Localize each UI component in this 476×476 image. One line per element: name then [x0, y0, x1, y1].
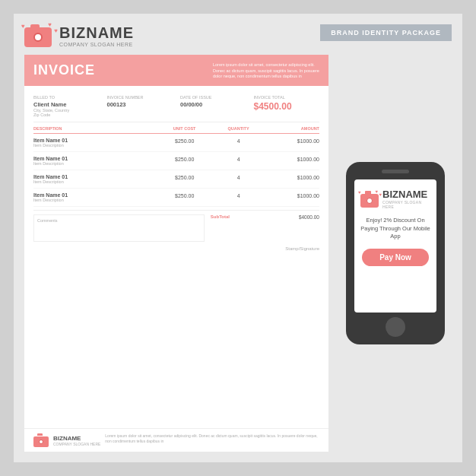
items-container: Item Name 01 Item Description $250.00 4 … — [33, 134, 319, 207]
invoice-bottom-brand: BIZNAME — [53, 435, 100, 442]
item-unit-cost: $250.00 — [152, 138, 217, 144]
phone-heart-3: ♥ — [376, 189, 379, 194]
small-cam-top — [37, 433, 43, 436]
phone-heart-2: ♥ — [379, 192, 382, 197]
top-bar: ♥ ♥ ♥ BIZNAME COMPANY SLOGAN HERE BRAND … — [24, 24, 452, 47]
invoice-number-label: INVOICE NUMBER — [107, 95, 173, 100]
phone-panel: ♥ ♥ ♥ BIZNAME COMPANY SLOGAN HERE Enjoy!… — [339, 55, 452, 452]
phone-cam-lens — [367, 198, 373, 204]
item-amount: $1000.00 — [260, 156, 319, 162]
phone-camera-icon: ♥ ♥ ♥ — [360, 191, 379, 208]
phone-brand-name: BIZNAME — [382, 189, 430, 200]
brand-slogan: COMPANY SLOGAN HERE — [59, 42, 134, 47]
small-camera-icon — [33, 433, 50, 447]
heart-icon-1: ♥ — [21, 23, 25, 30]
invoice-bottom-slogan: COMPANY SLOGAN HERE — [53, 442, 100, 446]
phone-device: ♥ ♥ ♥ BIZNAME COMPANY SLOGAN HERE Enjoy!… — [346, 162, 445, 344]
billed-to-col: BILLED TO Client Name City, State, Count… — [33, 95, 100, 117]
camera-icon: ♥ ♥ ♥ — [24, 24, 53, 47]
camera-body — [24, 27, 52, 47]
col-description: DESCRIPTION — [33, 126, 152, 131]
table-row: Item Name 01 Item Description $250.00 4 … — [33, 170, 319, 189]
phone-logo-area: ♥ ♥ ♥ BIZNAME COMPANY SLOGAN HERE — [360, 189, 430, 209]
comments-box: Comments — [33, 214, 205, 242]
billed-row: BILLED TO Client Name City, State, Count… — [33, 90, 319, 122]
phone-cam-top — [365, 191, 371, 194]
total-value: $4500.00 — [254, 101, 320, 112]
invoice-footer-row: Comments SubTotal $4000.00 — [33, 210, 319, 242]
item-unit-cost: $250.00 — [152, 174, 217, 180]
main-container: ♥ ♥ ♥ BIZNAME COMPANY SLOGAN HERE BRAND … — [14, 14, 462, 462]
invoice-panel: INVOICE Lorem ipsum dolor sit amet, cons… — [24, 55, 328, 452]
item-description: Item Name 01 Item Description — [33, 138, 152, 148]
phone-promo-text: Enjoy! 2% Discount On Paying Through Our… — [360, 217, 430, 241]
client-name: Client Name — [33, 101, 100, 108]
table-row: Item Name 01 Item Description $250.00 4 … — [33, 134, 319, 152]
comments-label: Comments — [37, 218, 201, 223]
date-label: DATE OF ISSUE — [180, 95, 246, 100]
date-value: 00/00/00 — [180, 101, 246, 108]
invoice-number-col: INVOICE NUMBER 000123 — [107, 95, 173, 117]
invoice-number-value: 000123 — [107, 101, 173, 108]
item-unit-cost: $250.00 — [152, 156, 217, 162]
phone-screen: ♥ ♥ ♥ BIZNAME COMPANY SLOGAN HERE Enjoy!… — [354, 179, 436, 313]
content-row: INVOICE Lorem ipsum dolor sit amet, cons… — [24, 55, 452, 452]
invoice-bottom-logo: BIZNAME COMPANY SLOGAN HERE — [33, 433, 100, 447]
small-cam-lens — [39, 440, 43, 444]
badge-label: BRAND IDENTITY PACKAGE — [331, 29, 441, 36]
heart-icon-2: ♥ — [54, 27, 58, 34]
brand-name: BIZNAME — [59, 24, 134, 42]
subtotal-label: SubTotal — [211, 214, 230, 220]
table-row: Item Name 01 Item Description $250.00 4 … — [33, 152, 319, 170]
item-description: Item Name 01 Item Description — [33, 156, 152, 166]
invoice-title: INVOICE — [33, 62, 95, 78]
phone-home-button[interactable] — [386, 317, 405, 337]
subtotal-row: SubTotal $4000.00 — [211, 214, 319, 220]
phone-cam-body — [360, 194, 379, 208]
col-unit-cost: UNIT COST — [152, 126, 217, 131]
item-description: Item Name 01 Item Description — [33, 174, 152, 184]
table-row: Item Name 01 Item Description $250.00 4 … — [33, 189, 319, 207]
camera-lens — [33, 33, 43, 42]
invoice-lorem: Lorem ipsum dolor sit amet, consectetur … — [213, 62, 319, 80]
item-amount: $1000.00 — [260, 192, 319, 198]
invoice-bottom: BIZNAME COMPANY SLOGAN HERE Lorem ipsum … — [24, 428, 328, 452]
item-amount: $1000.00 — [260, 138, 319, 144]
phone-slogan: COMPANY SLOGAN HERE — [382, 200, 430, 209]
subtotal-value: $4000.00 — [299, 214, 319, 220]
invoice-header: INVOICE Lorem ipsum dolor sit amet, cons… — [24, 55, 328, 86]
subtotal-area: SubTotal $4000.00 — [211, 214, 319, 242]
heart-icon-3: ♥ — [48, 21, 52, 28]
small-cam-body — [33, 436, 49, 447]
phone-heart-1: ♥ — [358, 190, 361, 195]
pay-now-button[interactable]: Pay Now — [362, 249, 429, 266]
item-quantity: 4 — [217, 156, 260, 162]
item-description: Item Name 01 Item Description — [33, 192, 152, 202]
item-quantity: 4 — [217, 138, 260, 144]
item-amount: $1000.00 — [260, 174, 319, 180]
brand-identity-badge: BRAND IDENTITY PACKAGE — [320, 24, 452, 41]
invoice-body: BILLED TO Client Name City, State, Count… — [24, 86, 328, 428]
stamp-text: Stamp/Signature — [285, 246, 319, 251]
brand-text: BIZNAME COMPANY SLOGAN HERE — [59, 24, 134, 47]
items-header: DESCRIPTION UNIT COST QUANTITY AMOUNT — [33, 122, 319, 134]
item-unit-cost: $250.00 — [152, 192, 217, 198]
client-address: City, State, CountryZip Code — [33, 108, 100, 117]
item-quantity: 4 — [217, 192, 260, 198]
phone-speaker — [382, 170, 409, 173]
total-label: INVOICE TOTAL — [254, 95, 320, 100]
billed-to-label: BILLED TO — [33, 95, 100, 100]
item-quantity: 4 — [217, 174, 260, 180]
invoice-bottom-lorem: Lorem ipsum dolor sit amet, consectetur … — [105, 433, 319, 444]
date-col: DATE OF ISSUE 00/00/00 — [180, 95, 246, 117]
total-col: INVOICE TOTAL $4500.00 — [254, 95, 320, 117]
stamp-row: Stamp/Signature — [33, 242, 319, 252]
col-amount: AMOUNT — [260, 126, 319, 131]
col-quantity: QUANTITY — [217, 126, 260, 131]
logo-area: ♥ ♥ ♥ BIZNAME COMPANY SLOGAN HERE — [24, 24, 134, 47]
